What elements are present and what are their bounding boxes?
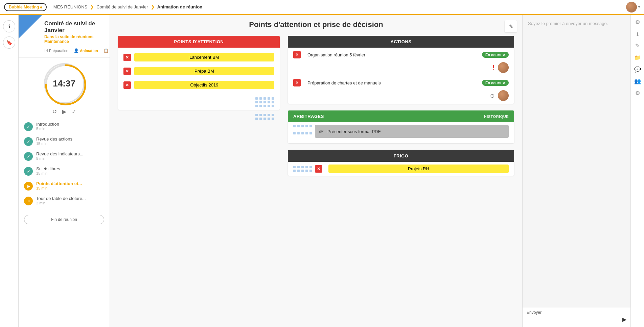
action-item-preparation[interactable]: ✕ Préparation de chartes et de manuels E…: [288, 76, 514, 90]
breadcrumb: MES RÉUNIONS ❯ Comité de suivi de Janvie…: [53, 4, 203, 9]
agenda-play-points: ▶: [24, 182, 33, 191]
meeting-sidebar: Comité de suivi de Janvier Dans la suite…: [19, 15, 110, 327]
chat-message-area: Soyez le premier à envoyer un message.: [523, 15, 630, 307]
attention-label-lancement: Lancement BM: [134, 53, 274, 61]
agenda-item-indicateurs[interactable]: ✓ Revue des indicateurs... 5 min: [23, 149, 106, 164]
tab-preparation[interactable]: ☑ Préparation: [44, 48, 68, 53]
breadcrumb-comite[interactable]: Comité de suivi de Janvier: [96, 4, 148, 9]
action-status-2[interactable]: En cours ✕: [482, 80, 509, 86]
info-button[interactable]: ℹ: [3, 20, 15, 32]
breadcrumb-mes-reunions[interactable]: MES RÉUNIONS: [53, 4, 87, 9]
frigo-x-icon: ✕: [315, 165, 322, 173]
status-x-2: ✕: [503, 81, 505, 85]
chat-send-button[interactable]: ▶: [622, 316, 626, 323]
attention-label-objectifs: Objectifs 2019: [134, 81, 274, 89]
check-icon-4: ✓: [27, 169, 30, 174]
page-title: Points d'attention et prise de décision: [118, 20, 514, 29]
x-icon-objectifs: ✕: [123, 81, 131, 89]
info-icon: ℹ: [8, 24, 10, 29]
avatar[interactable]: [626, 2, 637, 12]
left-column: POINTS D'ATTENTION ✕ Lancement BM ✕ Prép…: [118, 36, 280, 182]
action-text-2: Préparation de chartes et de manuels: [307, 80, 479, 85]
users-icon-right[interactable]: 👥: [634, 78, 641, 84]
folder-icon-right[interactable]: 📁: [634, 54, 641, 61]
main-content: ✎ Points d'attention et prise de décisio…: [110, 15, 522, 327]
action-x-1: ✕: [293, 51, 301, 58]
status-x-1: ✕: [503, 53, 505, 57]
agenda-check-introduction: ✓: [24, 122, 33, 131]
edit-icon-right[interactable]: ✎: [635, 43, 640, 49]
agenda-item-cloture[interactable]: ⏸ Tour de table de clôture... 2 min: [23, 193, 106, 208]
end-meeting-button[interactable]: Fin de réunion: [24, 215, 104, 224]
frigo-card: FRIGO: [288, 150, 514, 176]
frigo-header: FRIGO: [288, 150, 514, 162]
avatar-1: [498, 62, 509, 73]
edit-button[interactable]: ✎: [505, 20, 517, 32]
settings-icon-bottom[interactable]: ⚙: [635, 90, 640, 96]
logo-text: Bubble Meeting: [9, 5, 39, 9]
breadcrumb-sep-1: ❯: [90, 4, 94, 9]
agenda-duration-sujets: 15 min: [36, 171, 104, 175]
animation-icon: 👤: [74, 48, 79, 53]
action-x-2: ✕: [293, 79, 301, 86]
arbitrage-text-1: Présenter sous format PDF: [327, 129, 381, 134]
timer-controls: ↺ ▶ ✓: [19, 108, 110, 116]
agenda-title-points: Points d'attention et...: [36, 181, 104, 186]
timer-play-button[interactable]: ▶: [62, 108, 66, 115]
end-button-area: Fin de réunion: [19, 211, 110, 228]
pencil-icon: ✏: [317, 127, 325, 136]
agenda-title-introduction: Introduction: [36, 122, 104, 127]
timer-ring-svg: [43, 62, 89, 108]
x-icon-lancement: ✕: [123, 54, 131, 61]
tab-animation[interactable]: 👤 Animation: [74, 48, 98, 53]
actions-card: ACTIONS ✕ Organisation réunion 5 février…: [288, 36, 514, 104]
agenda-duration-points: 15 min: [36, 186, 104, 190]
exclamation-icon-1: !: [492, 64, 495, 71]
logo[interactable]: Bubble Meeting ●: [4, 3, 47, 11]
historique-label[interactable]: HISTORIQUE: [484, 115, 509, 119]
agenda-item-actions[interactable]: ✓ Revue des actions 15 min: [23, 134, 106, 149]
arbitrages-header: ARBITRAGES HISTORIQUE: [288, 110, 514, 122]
action-item-reunion[interactable]: ✕ Organisation réunion 5 février En cour…: [288, 48, 514, 62]
meeting-suite-link[interactable]: Maintenance: [44, 39, 69, 44]
action-status-1[interactable]: En cours ✕: [482, 52, 509, 58]
download-icon[interactable]: ⊙: [490, 93, 495, 99]
frigo-item-1: Projets RH: [328, 165, 509, 173]
agenda-duration-actions: 15 min: [36, 142, 104, 146]
actions-header: ACTIONS: [288, 36, 514, 48]
chat-icon-right[interactable]: 💬: [634, 66, 641, 73]
settings-icon-top[interactable]: ⚙: [635, 19, 640, 25]
meeting-subtitle: Dans la suite de réunions Maintenance: [44, 34, 104, 44]
bookmark-button[interactable]: 🔖: [3, 36, 15, 49]
navbar: Bubble Meeting ● MES RÉUNIONS ❯ Comité d…: [0, 0, 644, 15]
timer-check-button[interactable]: ✓: [72, 108, 76, 115]
breadcrumb-sep-2: ❯: [151, 4, 155, 9]
pause-icon: ⏸: [27, 199, 30, 203]
x-icon-prepa: ✕: [123, 68, 131, 75]
agenda-duration-introduction: 5 min: [36, 127, 104, 131]
meeting-title: Comité de suivi de Janvier: [44, 20, 104, 34]
points-attention-header: POINTS D'ATTENTION: [118, 36, 280, 48]
left-sidebar-icons: ℹ 🔖: [0, 15, 19, 327]
agenda-title-cloture: Tour de table de clôture...: [36, 196, 104, 201]
timer-reset-button[interactable]: ↺: [52, 108, 57, 115]
agenda-item-introduction[interactable]: ✓ Introduction 5 min: [23, 119, 106, 134]
agenda-duration-indicateurs: 5 min: [36, 156, 104, 160]
agenda-title-sujets: Sujets libres: [36, 166, 104, 171]
blue-triangle-decoration: [19, 15, 42, 39]
check-icon-3: ✓: [27, 154, 30, 159]
agenda-check-sujets: ✓: [24, 167, 33, 176]
chat-input[interactable]: [527, 317, 622, 322]
dropdown-arrow-icon: ▾: [638, 5, 640, 9]
info-icon-right[interactable]: ℹ: [637, 31, 639, 37]
agenda-check-actions: ✓: [24, 137, 33, 146]
attention-item-objectifs[interactable]: ✕ Objectifs 2019: [118, 78, 280, 92]
agenda-item-sujets[interactable]: ✓ Sujets libres 15 min: [23, 164, 106, 178]
check-icon: ✓: [27, 124, 30, 129]
tab-compte-rendu[interactable]: 📋 Compte rendu: [104, 47, 110, 55]
attention-item-lancement[interactable]: ✕ Lancement BM: [118, 50, 280, 64]
agenda-item-points[interactable]: ▶ Points d'attention et... 15 min: [23, 178, 106, 193]
attention-item-prepa[interactable]: ✕ Prépa BM: [118, 64, 280, 78]
agenda-title-actions: Revue des actions: [36, 136, 104, 142]
right-sidebar-icons: ⚙ ℹ ✎ 📁 💬 👥 ⚙: [630, 15, 644, 327]
